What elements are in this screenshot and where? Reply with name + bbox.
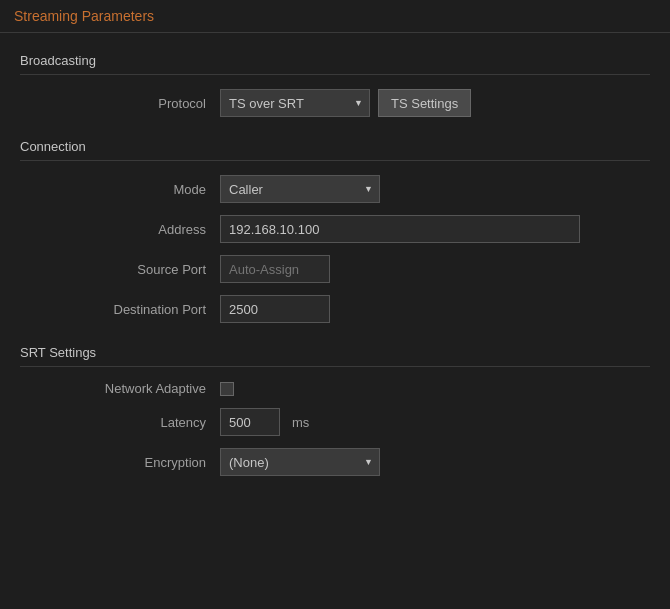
srt-settings-header: SRT Settings bbox=[20, 335, 650, 367]
dest-port-input[interactable] bbox=[220, 295, 330, 323]
latency-label: Latency bbox=[80, 415, 220, 430]
network-adaptive-row: Network Adaptive bbox=[20, 381, 650, 396]
encryption-label: Encryption bbox=[80, 455, 220, 470]
network-adaptive-control bbox=[220, 382, 234, 396]
encryption-row: Encryption (None) AES-128 AES-256 bbox=[20, 448, 650, 476]
connection-header: Connection bbox=[20, 129, 650, 161]
latency-control: ms bbox=[220, 408, 309, 436]
broadcasting-header: Broadcasting bbox=[20, 43, 650, 75]
protocol-row: Protocol TS over SRT TS over UDP TS over… bbox=[20, 89, 650, 117]
address-row: Address bbox=[20, 215, 650, 243]
encryption-select-wrapper[interactable]: (None) AES-128 AES-256 bbox=[220, 448, 380, 476]
address-label: Address bbox=[80, 222, 220, 237]
latency-input[interactable] bbox=[220, 408, 280, 436]
mode-control: Caller Listener Rendezvous bbox=[220, 175, 380, 203]
connection-section: Connection Mode Caller Listener Rendezvo… bbox=[20, 129, 650, 323]
dest-port-control bbox=[220, 295, 330, 323]
network-adaptive-checkbox[interactable] bbox=[220, 382, 234, 396]
dest-port-label: Destination Port bbox=[80, 302, 220, 317]
mode-select[interactable]: Caller Listener Rendezvous bbox=[220, 175, 380, 203]
mode-select-wrapper[interactable]: Caller Listener Rendezvous bbox=[220, 175, 380, 203]
protocol-select[interactable]: TS over SRT TS over UDP TS over TCP RTMP bbox=[220, 89, 370, 117]
broadcasting-section: Broadcasting Protocol TS over SRT TS ove… bbox=[20, 43, 650, 117]
mode-row: Mode Caller Listener Rendezvous bbox=[20, 175, 650, 203]
latency-row: Latency ms bbox=[20, 408, 650, 436]
encryption-control: (None) AES-128 AES-256 bbox=[220, 448, 380, 476]
source-port-control bbox=[220, 255, 330, 283]
page-container: Streaming Parameters Broadcasting Protoc… bbox=[0, 0, 670, 609]
source-port-label: Source Port bbox=[80, 262, 220, 277]
page-title: Streaming Parameters bbox=[0, 0, 670, 33]
source-port-row: Source Port bbox=[20, 255, 650, 283]
protocol-control: TS over SRT TS over UDP TS over TCP RTMP… bbox=[220, 89, 471, 117]
mode-label: Mode bbox=[80, 182, 220, 197]
dest-port-row: Destination Port bbox=[20, 295, 650, 323]
address-input[interactable] bbox=[220, 215, 580, 243]
address-control bbox=[220, 215, 580, 243]
srt-settings-section: SRT Settings Network Adaptive Latency ms… bbox=[20, 335, 650, 476]
content-area: Broadcasting Protocol TS over SRT TS ove… bbox=[0, 33, 670, 498]
network-adaptive-checkbox-wrapper[interactable] bbox=[220, 382, 234, 396]
latency-unit: ms bbox=[292, 415, 309, 430]
protocol-label: Protocol bbox=[80, 96, 220, 111]
encryption-select[interactable]: (None) AES-128 AES-256 bbox=[220, 448, 380, 476]
source-port-input[interactable] bbox=[220, 255, 330, 283]
network-adaptive-label: Network Adaptive bbox=[80, 381, 220, 396]
protocol-select-wrapper[interactable]: TS over SRT TS over UDP TS over TCP RTMP bbox=[220, 89, 370, 117]
ts-settings-button[interactable]: TS Settings bbox=[378, 89, 471, 117]
